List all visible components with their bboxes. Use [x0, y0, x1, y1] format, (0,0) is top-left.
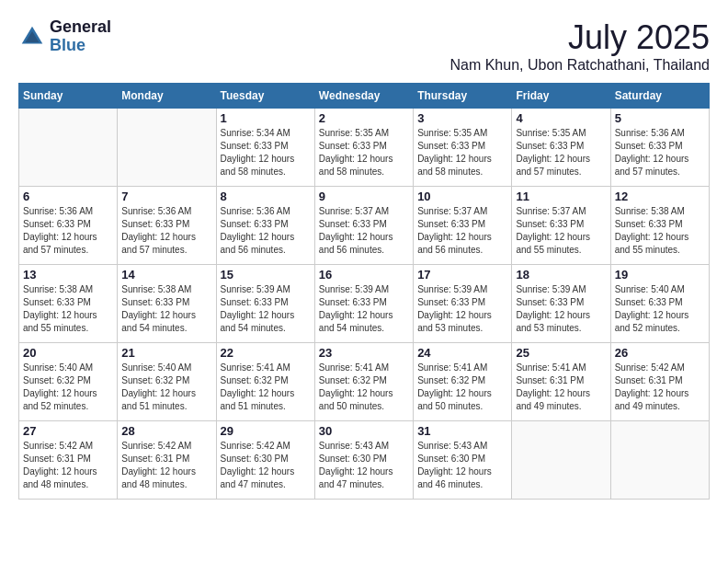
calendar-cell	[610, 421, 709, 500]
calendar-cell: 19Sunrise: 5:40 AMSunset: 6:33 PMDayligh…	[610, 265, 709, 343]
calendar-week-row-2: 6Sunrise: 5:36 AMSunset: 6:33 PMDaylight…	[19, 187, 710, 265]
day-number: 14	[121, 268, 211, 282]
day-number: 22	[221, 346, 311, 360]
day-info: Sunrise: 5:37 AMSunset: 6:33 PMDaylight:…	[516, 205, 606, 257]
calendar-cell: 8Sunrise: 5:36 AMSunset: 6:33 PMDaylight…	[216, 187, 314, 265]
day-number: 29	[221, 424, 311, 438]
day-info: Sunrise: 5:38 AMSunset: 6:33 PMDaylight:…	[615, 205, 705, 257]
logo-general: General	[50, 18, 111, 37]
calendar-week-row-4: 20Sunrise: 5:40 AMSunset: 6:32 PMDayligh…	[19, 343, 710, 421]
day-number: 15	[221, 268, 311, 282]
day-info: Sunrise: 5:36 AMSunset: 6:33 PMDaylight:…	[615, 127, 705, 178]
calendar-cell: 18Sunrise: 5:39 AMSunset: 6:33 PMDayligh…	[512, 265, 610, 343]
calendar-week-row-3: 13Sunrise: 5:38 AMSunset: 6:33 PMDayligh…	[19, 265, 710, 343]
day-info: Sunrise: 5:35 AMSunset: 6:33 PMDaylight:…	[516, 127, 606, 178]
day-info: Sunrise: 5:40 AMSunset: 6:32 PMDaylight:…	[121, 362, 211, 413]
day-info: Sunrise: 5:42 AMSunset: 6:31 PMDaylight:…	[23, 440, 113, 491]
day-number: 19	[615, 268, 705, 282]
day-info: Sunrise: 5:37 AMSunset: 6:33 PMDaylight:…	[319, 205, 409, 257]
day-info: Sunrise: 5:39 AMSunset: 6:33 PMDaylight:…	[417, 283, 507, 335]
calendar-cell: 31Sunrise: 5:43 AMSunset: 6:30 PMDayligh…	[414, 421, 512, 500]
day-info: Sunrise: 5:35 AMSunset: 6:33 PMDaylight:…	[319, 127, 409, 178]
calendar-cell: 12Sunrise: 5:38 AMSunset: 6:33 PMDayligh…	[610, 187, 709, 265]
calendar-cell: 25Sunrise: 5:41 AMSunset: 6:31 PMDayligh…	[512, 343, 610, 421]
calendar-weekday-wednesday: Wednesday	[314, 84, 413, 109]
calendar-cell: 28Sunrise: 5:42 AMSunset: 6:31 PMDayligh…	[118, 421, 216, 500]
day-number: 18	[516, 268, 606, 282]
day-number: 3	[417, 111, 507, 125]
calendar-cell: 14Sunrise: 5:38 AMSunset: 6:33 PMDayligh…	[118, 265, 216, 343]
location-title: Nam Khun, Ubon Ratchathani, Thailand	[449, 57, 710, 74]
title-section: July 2025 Nam Khun, Ubon Ratchathani, Th…	[449, 18, 710, 74]
calendar-cell: 6Sunrise: 5:36 AMSunset: 6:33 PMDaylight…	[19, 187, 118, 265]
day-number: 27	[23, 424, 113, 438]
day-info: Sunrise: 5:42 AMSunset: 6:31 PMDaylight:…	[615, 362, 705, 413]
calendar-cell: 4Sunrise: 5:35 AMSunset: 6:33 PMDaylight…	[512, 109, 610, 187]
calendar-weekday-sunday: Sunday	[19, 84, 118, 109]
day-info: Sunrise: 5:34 AMSunset: 6:33 PMDaylight:…	[221, 127, 311, 178]
day-info: Sunrise: 5:36 AMSunset: 6:33 PMDaylight:…	[221, 205, 311, 257]
day-info: Sunrise: 5:39 AMSunset: 6:33 PMDaylight:…	[319, 283, 409, 335]
day-info: Sunrise: 5:38 AMSunset: 6:33 PMDaylight:…	[121, 283, 211, 335]
day-number: 31	[417, 424, 507, 438]
day-number: 23	[319, 346, 409, 360]
calendar-cell: 26Sunrise: 5:42 AMSunset: 6:31 PMDayligh…	[610, 343, 709, 421]
day-info: Sunrise: 5:41 AMSunset: 6:32 PMDaylight:…	[221, 362, 311, 413]
day-number: 12	[615, 190, 705, 203]
logo-blue: Blue	[50, 37, 111, 55]
logo-text: General Blue	[50, 18, 111, 55]
calendar-cell: 21Sunrise: 5:40 AMSunset: 6:32 PMDayligh…	[118, 343, 216, 421]
calendar-cell: 24Sunrise: 5:41 AMSunset: 6:32 PMDayligh…	[414, 343, 512, 421]
day-number: 9	[319, 190, 409, 203]
calendar-weekday-thursday: Thursday	[414, 84, 512, 109]
day-number: 17	[417, 268, 507, 282]
calendar-cell: 23Sunrise: 5:41 AMSunset: 6:32 PMDayligh…	[314, 343, 413, 421]
day-info: Sunrise: 5:41 AMSunset: 6:32 PMDaylight:…	[319, 362, 409, 413]
day-info: Sunrise: 5:36 AMSunset: 6:33 PMDaylight:…	[121, 205, 211, 257]
month-title: July 2025	[449, 18, 710, 57]
day-info: Sunrise: 5:38 AMSunset: 6:33 PMDaylight:…	[23, 283, 113, 335]
calendar-week-row-5: 27Sunrise: 5:42 AMSunset: 6:31 PMDayligh…	[19, 421, 710, 500]
day-number: 2	[319, 111, 409, 125]
day-info: Sunrise: 5:39 AMSunset: 6:33 PMDaylight:…	[516, 283, 606, 335]
calendar-header-row: SundayMondayTuesdayWednesdayThursdayFrid…	[19, 84, 710, 109]
calendar-cell: 20Sunrise: 5:40 AMSunset: 6:32 PMDayligh…	[19, 343, 118, 421]
calendar-cell: 17Sunrise: 5:39 AMSunset: 6:33 PMDayligh…	[414, 265, 512, 343]
day-number: 30	[319, 424, 409, 438]
day-number: 24	[417, 346, 507, 360]
day-info: Sunrise: 5:40 AMSunset: 6:32 PMDaylight:…	[23, 362, 113, 413]
calendar-weekday-friday: Friday	[512, 84, 610, 109]
calendar-cell	[512, 421, 610, 500]
page-header: General Blue July 2025 Nam Khun, Ubon Ra…	[18, 18, 710, 74]
day-number: 16	[319, 268, 409, 282]
logo-icon	[18, 23, 46, 51]
calendar-weekday-tuesday: Tuesday	[216, 84, 314, 109]
day-info: Sunrise: 5:39 AMSunset: 6:33 PMDaylight:…	[221, 283, 311, 335]
day-number: 20	[23, 346, 113, 360]
day-number: 5	[615, 111, 705, 125]
day-number: 21	[121, 346, 211, 360]
day-info: Sunrise: 5:42 AMSunset: 6:31 PMDaylight:…	[121, 440, 211, 491]
day-number: 6	[23, 190, 113, 203]
day-number: 25	[516, 346, 606, 360]
day-number: 7	[121, 190, 211, 203]
calendar-cell: 2Sunrise: 5:35 AMSunset: 6:33 PMDaylight…	[314, 109, 413, 187]
day-info: Sunrise: 5:40 AMSunset: 6:33 PMDaylight:…	[615, 283, 705, 335]
calendar-cell: 27Sunrise: 5:42 AMSunset: 6:31 PMDayligh…	[19, 421, 118, 500]
day-info: Sunrise: 5:35 AMSunset: 6:33 PMDaylight:…	[417, 127, 507, 178]
calendar-cell: 1Sunrise: 5:34 AMSunset: 6:33 PMDaylight…	[216, 109, 314, 187]
logo: General Blue	[18, 18, 111, 55]
day-number: 13	[23, 268, 113, 282]
calendar-cell: 9Sunrise: 5:37 AMSunset: 6:33 PMDaylight…	[314, 187, 413, 265]
day-number: 10	[417, 190, 507, 203]
calendar-cell: 29Sunrise: 5:42 AMSunset: 6:30 PMDayligh…	[216, 421, 314, 500]
day-info: Sunrise: 5:42 AMSunset: 6:30 PMDaylight:…	[221, 440, 311, 491]
calendar-weekday-monday: Monday	[118, 84, 216, 109]
calendar-cell: 30Sunrise: 5:43 AMSunset: 6:30 PMDayligh…	[314, 421, 413, 500]
calendar-cell	[19, 109, 118, 187]
calendar-cell: 5Sunrise: 5:36 AMSunset: 6:33 PMDaylight…	[610, 109, 709, 187]
day-number: 11	[516, 190, 606, 203]
calendar-table: SundayMondayTuesdayWednesdayThursdayFrid…	[18, 83, 710, 500]
calendar-cell: 10Sunrise: 5:37 AMSunset: 6:33 PMDayligh…	[414, 187, 512, 265]
calendar-weekday-saturday: Saturday	[610, 84, 709, 109]
